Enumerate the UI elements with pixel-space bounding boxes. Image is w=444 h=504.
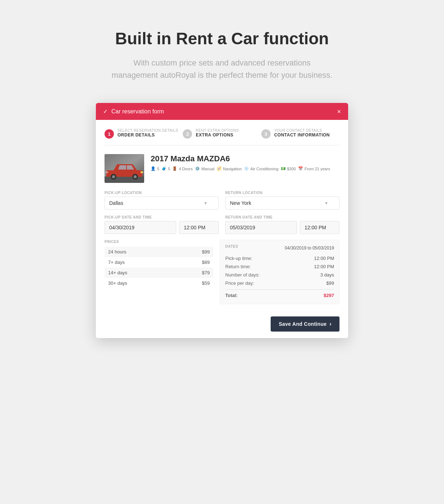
return-location-arrow: ▼ xyxy=(324,201,328,205)
return-date-label: RETURN DATE AND TIME xyxy=(225,215,339,219)
summary-row-label: Price per day: xyxy=(225,280,254,286)
car-info: 2017 Mazda MAZDA6 👤5🧳5🚪4 Doors⚙️Manual🧭N… xyxy=(105,154,339,183)
feature-text: 5 xyxy=(168,167,170,171)
price-amount: $59 xyxy=(202,280,210,286)
summary-row: Return time:12:00 PM xyxy=(225,262,334,271)
price-period: 14+ days xyxy=(108,270,127,275)
step-3-number: 3 xyxy=(261,129,271,139)
summary-section: DATES 04/30/2019 to 05/03/2019 Pick-up t… xyxy=(220,240,339,304)
date-row: PICK-UP DATE AND TIME RETURN DATE AND TI… xyxy=(105,215,339,234)
save-and-continue-button[interactable]: Save And Continue › xyxy=(271,316,339,332)
feature-icon: ⚙️ xyxy=(195,166,200,171)
price-amount: $99 xyxy=(202,249,210,255)
feature-text: Manual xyxy=(201,167,214,171)
feature-badge: 👤5 xyxy=(151,166,159,171)
dates-range: 04/30/2019 to 05/03/2019 xyxy=(285,246,334,251)
step-3-sub: YOUR CONTACT DETAILS xyxy=(274,129,330,132)
step-2-label: EXTRA OPTIONS xyxy=(196,132,239,138)
summary-row: Price per day:$99 xyxy=(225,279,334,287)
step-2[interactable]: 2 RENT EXTRA OPTIONS EXTRA OPTIONS xyxy=(183,129,261,139)
bottom-section: PRICES 24 hours$997+ days$8914+ days$793… xyxy=(105,240,339,304)
step-1-text: SELECT RESERVATION DETAILS ORDER DETAILS xyxy=(117,129,178,138)
step-3-label: CONTACT INFORMATION xyxy=(274,132,330,138)
return-location-label: RETURN LOCATION xyxy=(225,191,339,195)
modal-body: 1 SELECT RESERVATION DETAILS ORDER DETAI… xyxy=(96,120,348,311)
svg-rect-8 xyxy=(141,171,143,173)
feature-text: From 21 years xyxy=(305,167,330,171)
total-label: Total: xyxy=(225,293,237,298)
pickup-date-label: PICK-UP DATE AND TIME xyxy=(105,215,219,219)
feature-badge: 📅From 21 years xyxy=(298,166,330,171)
total-value: $297 xyxy=(324,293,334,298)
location-row: PICK-UP LOCATION Dallas ▼ RETURN LOCATIO… xyxy=(105,191,339,210)
price-row: 7+ days$89 xyxy=(105,257,213,267)
prices-label: PRICES xyxy=(105,240,213,244)
step-1-label: ORDER DETAILS xyxy=(117,132,178,138)
prices-table: 24 hours$997+ days$8914+ days$7930+ days… xyxy=(105,247,213,288)
step-1[interactable]: 1 SELECT RESERVATION DETAILS ORDER DETAI… xyxy=(105,129,183,139)
feature-icon: 👤 xyxy=(151,166,156,171)
feature-text: 4 Doors xyxy=(179,167,193,171)
pickup-date-input[interactable] xyxy=(105,221,176,234)
price-amount: $79 xyxy=(202,270,210,275)
page-subtitle: With custom price sets and advanced rese… xyxy=(110,57,334,81)
feature-icon: 🧳 xyxy=(161,166,166,171)
svg-rect-2 xyxy=(105,176,144,183)
step-2-number: 2 xyxy=(183,129,192,139)
modal-close-button[interactable]: × xyxy=(337,108,341,115)
summary-row-value: 12:00 PM xyxy=(314,264,334,269)
feature-text: Navigation xyxy=(223,167,242,171)
modal-header-left: ✓ Car reservation form xyxy=(103,108,164,115)
car-features: 👤5🧳5🚪4 Doors⚙️Manual🧭Navigation❄️Air Con… xyxy=(151,166,339,171)
feature-text: 5 xyxy=(157,167,159,171)
summary-row: Number of days:3 days xyxy=(225,271,334,279)
page-title: Built in Rent a Car function xyxy=(115,29,329,48)
svg-rect-9 xyxy=(106,171,108,173)
step-1-number: 1 xyxy=(105,129,114,139)
step-2-text: RENT EXTRA OPTIONS EXTRA OPTIONS xyxy=(196,129,239,138)
feature-badge: ❄️Air Conditioning xyxy=(244,166,279,171)
price-row: 24 hours$99 xyxy=(105,247,213,257)
pickup-location-group: PICK-UP LOCATION Dallas ▼ xyxy=(105,191,219,210)
summary-row-value: 3 days xyxy=(320,272,334,278)
feature-icon: ❄️ xyxy=(244,166,249,171)
return-date-input[interactable] xyxy=(225,221,297,234)
return-date-group: RETURN DATE AND TIME xyxy=(225,215,339,234)
svg-point-5 xyxy=(112,175,115,178)
car-image xyxy=(105,154,144,183)
prices-section: PRICES 24 hours$997+ days$8914+ days$793… xyxy=(105,240,213,304)
price-period: 24 hours xyxy=(108,249,126,255)
feature-badge: ⚙️Manual xyxy=(195,166,214,171)
feature-text: $300 xyxy=(287,167,296,171)
step-2-sub: RENT EXTRA OPTIONS xyxy=(196,129,239,132)
price-period: 30+ days xyxy=(108,280,127,286)
car-name: 2017 Mazda MAZDA6 xyxy=(151,154,339,163)
return-time-input[interactable] xyxy=(300,221,339,234)
summary-row-label: Return time: xyxy=(225,264,251,269)
pickup-time-input[interactable] xyxy=(179,221,219,234)
step-1-sub: SELECT RESERVATION DETAILS xyxy=(117,129,178,132)
pickup-location-select[interactable]: Dallas ▼ xyxy=(105,197,219,210)
pickup-location-label: PICK-UP LOCATION xyxy=(105,191,219,195)
feature-icon: 💵 xyxy=(281,166,286,171)
car-reservation-modal: ✓ Car reservation form × 1 SELECT RESERV… xyxy=(96,103,348,338)
price-period: 7+ days xyxy=(108,260,125,265)
feature-icon: 🚪 xyxy=(172,166,177,171)
price-row: 14+ days$79 xyxy=(105,267,213,278)
pickup-date-group: PICK-UP DATE AND TIME xyxy=(105,215,219,234)
summary-row-value: 12:00 PM xyxy=(314,256,334,261)
modal-header: ✓ Car reservation form × xyxy=(96,103,348,120)
check-icon: ✓ xyxy=(103,108,108,115)
feature-badge: 🧳5 xyxy=(161,166,170,171)
summary-total-row: Total: $297 xyxy=(225,289,334,300)
summary-row-label: Pick-up time: xyxy=(225,256,252,261)
feature-icon: 🧭 xyxy=(217,166,222,171)
return-location-select[interactable]: New York ▼ xyxy=(225,197,339,210)
dates-label: DATES xyxy=(225,244,238,248)
return-location-value: New York xyxy=(230,200,251,206)
feature-text: Air Conditioning xyxy=(250,167,279,171)
feature-badge: 🚪4 Doors xyxy=(172,166,193,171)
step-3[interactable]: 3 YOUR CONTACT DETAILS CONTACT INFORMATI… xyxy=(261,129,339,139)
feature-icon: 📅 xyxy=(298,166,303,171)
steps-bar: 1 SELECT RESERVATION DETAILS ORDER DETAI… xyxy=(105,129,339,145)
